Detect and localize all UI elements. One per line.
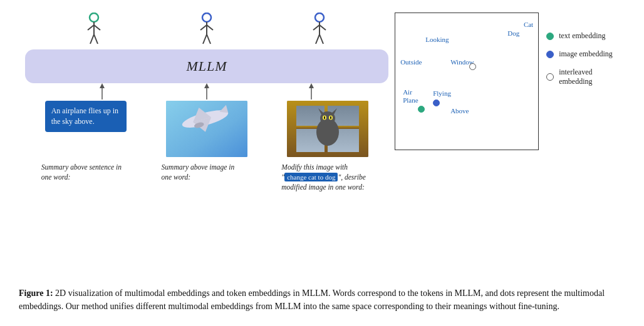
legend-item-image: image embedding xyxy=(546,49,625,59)
persons-row xyxy=(19,13,395,47)
scatter-plot: Cat Dog Looking Outside Window Air Plane… xyxy=(395,13,539,150)
svg-line-11 xyxy=(207,34,210,44)
airplane-svg xyxy=(166,101,247,157)
figure-caption-text: 2D visualization of multimodal embedding… xyxy=(19,288,605,312)
main-container: MLLM An xyxy=(0,0,644,326)
word-above: Above xyxy=(450,107,469,115)
embedding-panel: Cat Dog Looking Outside Window Air Plane… xyxy=(395,13,625,279)
svg-point-0 xyxy=(90,13,98,22)
top-section: MLLM An xyxy=(19,13,625,279)
person-figure-1 xyxy=(84,13,104,47)
legend-item-text: text embedding xyxy=(546,31,625,41)
text-input-content: An airplane flies up in the sky above. xyxy=(51,106,118,126)
legend-label-image: image embedding xyxy=(559,49,613,59)
svg-marker-21 xyxy=(204,83,209,88)
diagram-area: MLLM An xyxy=(19,13,395,279)
svg-line-16 xyxy=(316,34,319,44)
dot-blue-1 xyxy=(433,99,440,106)
person-icon-3 xyxy=(309,13,330,47)
svg-point-40 xyxy=(324,116,325,120)
text-input-box: An airplane flies up in the sky above. xyxy=(45,101,127,132)
svg-marker-19 xyxy=(100,83,105,88)
arrow-up-2 xyxy=(202,83,212,101)
svg-line-9 xyxy=(207,25,213,30)
word-dog: Dog xyxy=(507,29,519,37)
svg-line-5 xyxy=(94,34,98,44)
svg-line-15 xyxy=(319,25,326,30)
captions-row: Summary above sentence in one word: Summ… xyxy=(19,162,395,193)
cat-window-image xyxy=(287,101,368,157)
legend-label-interleaved: interleaved embedding xyxy=(559,68,625,86)
caption-1-content: Summary above sentence in one word: xyxy=(41,163,122,181)
dot-teal-1 xyxy=(418,106,425,113)
word-flying: Flying xyxy=(433,89,451,97)
cat-window-image-box xyxy=(287,101,368,157)
svg-line-3 xyxy=(94,25,100,30)
legend-area: text embedding image embedding interleav… xyxy=(546,13,625,279)
caption-text-3: Modify this image with "change cat to do… xyxy=(281,162,372,193)
svg-line-10 xyxy=(203,34,207,44)
person-figure-3 xyxy=(309,13,330,47)
highlight-phrase: change cat to dog xyxy=(284,173,338,181)
svg-line-2 xyxy=(88,25,94,30)
legend-label-text: text embedding xyxy=(559,31,605,41)
airplane-image xyxy=(166,101,247,157)
mllm-box: MLLM xyxy=(25,49,388,83)
mllm-label: MLLM xyxy=(187,58,227,74)
svg-rect-24 xyxy=(166,101,247,157)
svg-point-12 xyxy=(315,13,324,22)
word-looking: Looking xyxy=(425,36,449,43)
person-icon-1 xyxy=(84,13,104,47)
arrow-up-1 xyxy=(97,83,107,101)
legend-dot-blue xyxy=(546,51,554,58)
legend-dot-white xyxy=(546,73,554,81)
svg-line-4 xyxy=(90,34,94,44)
person-icon-2 xyxy=(197,13,217,47)
svg-line-8 xyxy=(200,25,207,30)
svg-marker-23 xyxy=(309,83,314,88)
airplane-image-box xyxy=(166,101,247,157)
person-figure-2 xyxy=(197,13,217,47)
caption-2-content: Summary above image in one word: xyxy=(162,163,235,181)
caption-text-2: Summary above image in one word: xyxy=(162,162,243,193)
inputs-row: An airplane flies up in the sky above. xyxy=(19,101,395,157)
arrows-row xyxy=(19,83,395,101)
dot-white-1 xyxy=(469,63,476,70)
svg-line-14 xyxy=(313,25,319,30)
caption-text-1: Summary above sentence in one word: xyxy=(41,162,123,193)
arrow-up-3 xyxy=(306,83,316,101)
svg-line-17 xyxy=(319,34,323,44)
word-outside: Outside xyxy=(400,58,422,66)
legend-item-interleaved: interleaved embedding xyxy=(546,68,625,86)
cat-window-svg xyxy=(287,101,368,157)
figure-caption: Figure 1: 2D visualization of multimodal… xyxy=(19,287,625,313)
word-air: Air xyxy=(403,88,412,96)
legend-dot-teal xyxy=(546,33,554,40)
figure-caption-prefix: Figure 1: xyxy=(19,288,55,298)
svg-point-41 xyxy=(330,116,331,120)
word-cat: Cat xyxy=(524,21,533,28)
svg-point-6 xyxy=(202,13,211,22)
word-plane: Plane xyxy=(403,96,418,104)
